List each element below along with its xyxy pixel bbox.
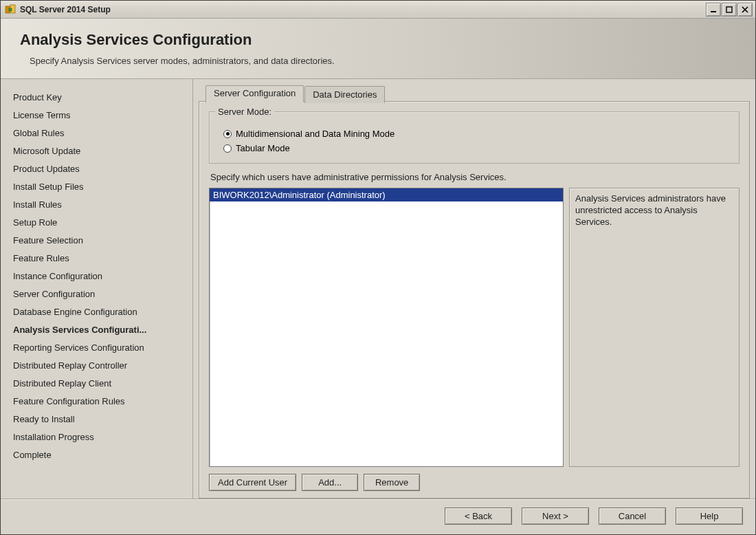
- sidebar-step[interactable]: Feature Selection: [9, 232, 184, 250]
- sidebar-steps: Product KeyLicense TermsGlobal RulesMicr…: [1, 79, 193, 499]
- svg-rect-4: [726, 7, 732, 12]
- sidebar-step[interactable]: Reporting Services Configuration: [9, 339, 184, 357]
- tab-server-configuration[interactable]: Server Configuration: [205, 85, 304, 102]
- cancel-button[interactable]: Cancel: [599, 507, 666, 525]
- sidebar-step[interactable]: Server Configuration: [9, 285, 184, 303]
- wizard-footer: < Back Next > Cancel Help: [1, 499, 755, 534]
- svg-rect-3: [711, 11, 716, 12]
- sidebar-step[interactable]: Global Rules: [9, 124, 184, 142]
- radio-label: Tabular Mode: [236, 143, 290, 153]
- add-current-user-button[interactable]: Add Current User: [209, 474, 296, 491]
- radio-dot-icon: [223, 130, 232, 138]
- help-button[interactable]: Help: [676, 507, 743, 525]
- tab-data-directories[interactable]: Data Directories: [304, 86, 385, 103]
- maximize-button[interactable]: [722, 3, 737, 17]
- window-controls: [706, 3, 753, 17]
- svg-rect-2: [9, 8, 12, 11]
- remove-button[interactable]: Remove: [364, 474, 420, 491]
- main-panel: Server Configuration Data Directories Se…: [193, 79, 755, 499]
- server-mode-group: Server Mode: Multidimensional and Data M…: [209, 111, 740, 164]
- sidebar-step[interactable]: Installation Progress: [9, 428, 184, 446]
- page-header: Analysis Services Configuration Specify …: [1, 19, 755, 79]
- close-button[interactable]: [737, 3, 753, 17]
- sidebar-step[interactable]: Instance Configuration: [9, 268, 184, 285]
- admins-buttons: Add Current User Add... Remove: [209, 474, 740, 491]
- page-title: Analysis Services Configuration: [20, 31, 736, 49]
- server-mode-legend: Server Mode:: [215, 107, 274, 117]
- sidebar-step[interactable]: Microsoft Update: [9, 142, 184, 160]
- tab-body: Server Mode: Multidimensional and Data M…: [199, 101, 750, 499]
- back-button[interactable]: < Back: [445, 507, 512, 525]
- sidebar-step[interactable]: Install Setup Files: [9, 178, 184, 196]
- minimize-button[interactable]: [706, 3, 721, 17]
- sidebar-step[interactable]: Distributed Replay Controller: [9, 357, 184, 375]
- sidebar-step[interactable]: Install Rules: [9, 196, 184, 214]
- radio-multidimensional[interactable]: Multidimensional and Data Mining Mode: [219, 127, 729, 142]
- tab-strip: Server Configuration Data Directories: [205, 85, 750, 102]
- sidebar-step[interactable]: Product Updates: [9, 160, 184, 178]
- sidebar-step[interactable]: Database Engine Configuration: [9, 303, 184, 321]
- titlebar: SQL Server 2014 Setup: [1, 1, 755, 19]
- next-button[interactable]: Next >: [522, 507, 589, 525]
- sidebar-step[interactable]: Setup Role: [9, 214, 184, 232]
- sidebar-step[interactable]: Product Key: [9, 89, 184, 107]
- list-item[interactable]: BIWORK2012\Administrator (Administrator): [210, 188, 563, 201]
- sidebar-step[interactable]: Feature Configuration Rules: [9, 393, 184, 411]
- body: Product KeyLicense TermsGlobal RulesMicr…: [1, 79, 755, 499]
- sidebar-step[interactable]: Analysis Services Configurati...: [9, 321, 184, 339]
- tab-label: Data Directories: [313, 89, 377, 100]
- tab-label: Server Configuration: [214, 88, 296, 98]
- sidebar-step[interactable]: Feature Rules: [9, 250, 184, 268]
- admins-instruction: Specify which users have administrative …: [210, 172, 740, 182]
- sidebar-step[interactable]: Ready to Install: [9, 411, 184, 428]
- admins-listbox[interactable]: BIWORK2012\Administrator (Administrator): [209, 188, 564, 467]
- app-icon: [5, 4, 16, 15]
- window-title: SQL Server 2014 Setup: [20, 5, 111, 14]
- sidebar-step[interactable]: Complete: [9, 446, 184, 464]
- setup-window: SQL Server 2014 Setup Analysis Services …: [0, 0, 756, 535]
- add-button[interactable]: Add...: [302, 474, 358, 491]
- radio-label: Multidimensional and Data Mining Mode: [236, 129, 394, 139]
- page-subtitle: Specify Analysis Services server modes, …: [20, 56, 736, 66]
- admins-description: Analysis Services administrators have un…: [569, 188, 740, 467]
- sidebar-step[interactable]: License Terms: [9, 107, 184, 124]
- sidebar-step[interactable]: Distributed Replay Client: [9, 375, 184, 393]
- radio-tabular[interactable]: Tabular Mode: [219, 142, 729, 156]
- admins-row: BIWORK2012\Administrator (Administrator)…: [209, 188, 740, 467]
- radio-dot-icon: [223, 144, 232, 153]
